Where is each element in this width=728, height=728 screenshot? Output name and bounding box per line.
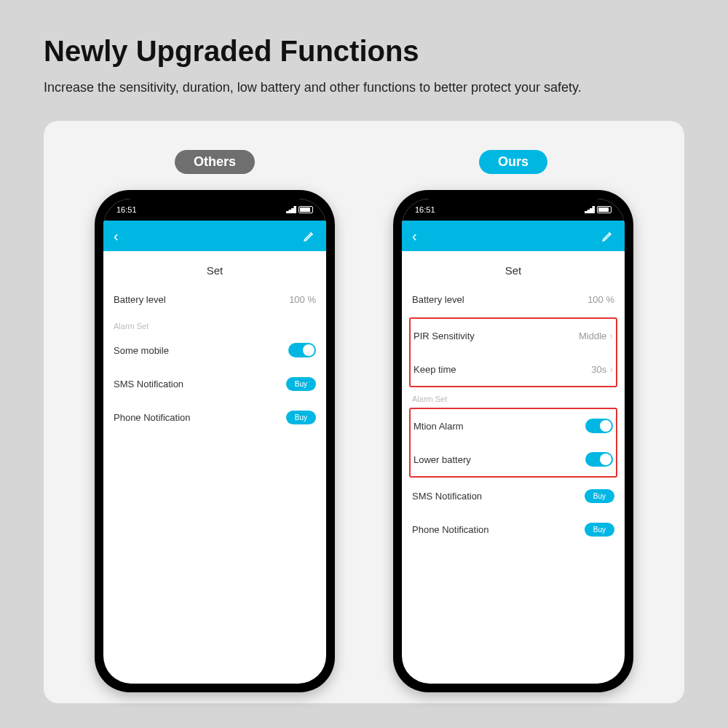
section-alarm-set: Alarm Set xyxy=(114,316,316,333)
status-time: 16:51 xyxy=(415,205,435,214)
section-alarm-set: Alarm Set xyxy=(412,389,614,406)
phone-label: Phone Notification xyxy=(412,524,489,535)
lowbatt-label: Lower battery xyxy=(414,454,471,465)
back-button[interactable]: ‹ xyxy=(412,228,417,245)
screen-title: Set xyxy=(103,251,326,282)
status-time: 16:51 xyxy=(116,205,137,214)
row-pir[interactable]: PIR Sensitivity Middle› xyxy=(414,319,613,352)
phone-ours: 16:51 ‹ Set Battery level 100 % xyxy=(393,190,633,692)
pir-value: Middle xyxy=(579,331,606,341)
toggle-some-mobile[interactable] xyxy=(288,343,316,357)
row-phone[interactable]: Phone Notification Buy xyxy=(412,513,614,546)
keep-label: Keep time xyxy=(414,364,456,375)
battery-value: 100 % xyxy=(587,294,614,305)
row-sms[interactable]: SMS Notification Buy xyxy=(412,479,614,513)
buy-sms-button[interactable]: Buy xyxy=(286,377,316,391)
buy-phone-button[interactable]: Buy xyxy=(286,411,316,424)
sms-label: SMS Notification xyxy=(412,491,482,502)
battery-label: Battery level xyxy=(412,294,464,305)
highlight-box-1: PIR Sensitivity Middle› Keep time 30s› xyxy=(409,317,617,387)
edit-button[interactable] xyxy=(303,229,316,242)
buy-phone-button[interactable]: Buy xyxy=(585,523,614,537)
keep-value: 30s xyxy=(591,364,606,375)
pir-label: PIR Sensitivity xyxy=(414,331,475,341)
some-mobile-label: Some mobile xyxy=(114,345,169,356)
app-header: ‹ xyxy=(402,221,625,251)
row-sms[interactable]: SMS Notification Buy xyxy=(114,367,316,400)
page-subtitle: Increase the sensitivity, duration, low … xyxy=(44,78,684,98)
battery-value: 100 % xyxy=(289,294,316,305)
battery-icon xyxy=(298,206,313,213)
screen-title: Set xyxy=(402,251,625,282)
toggle-motion[interactable] xyxy=(585,419,613,433)
back-button[interactable]: ‹ xyxy=(114,228,119,245)
chevron-right-icon: › xyxy=(609,363,613,375)
buy-sms-button[interactable]: Buy xyxy=(585,489,614,503)
phone-label: Phone Notification xyxy=(114,412,191,423)
app-header: ‹ xyxy=(103,221,326,251)
badge-others: Others xyxy=(175,150,255,174)
row-keep-time[interactable]: Keep time 30s› xyxy=(414,352,613,386)
phone-others: 16:51 ‹ Set Battery level 100 % Alarm Se… xyxy=(95,190,335,692)
edit-button[interactable] xyxy=(601,229,614,242)
row-phone[interactable]: Phone Notification Buy xyxy=(114,400,316,434)
signal-icon xyxy=(286,206,296,213)
sms-label: SMS Notification xyxy=(114,379,183,389)
row-battery: Battery level 100 % xyxy=(114,282,316,316)
row-battery: Battery level 100 % xyxy=(412,282,614,316)
comparison-panel: Others 16:51 ‹ Set Battery level xyxy=(44,121,684,703)
chevron-right-icon: › xyxy=(609,330,613,341)
battery-label: Battery level xyxy=(114,294,166,305)
badge-ours: Ours xyxy=(479,150,547,174)
page-title: Newly Upgraded Functions xyxy=(44,35,684,68)
row-lower-battery[interactable]: Lower battery xyxy=(414,443,613,476)
row-motion-alarm[interactable]: Mtion Alarm xyxy=(414,409,613,443)
signal-icon xyxy=(585,206,595,213)
highlight-box-2: Mtion Alarm Lower battery xyxy=(409,408,617,478)
motion-label: Mtion Alarm xyxy=(414,421,464,432)
phone-notch xyxy=(160,199,269,218)
phone-notch xyxy=(459,199,568,218)
toggle-lowbatt[interactable] xyxy=(585,452,613,467)
battery-icon xyxy=(597,206,612,213)
row-some-mobile[interactable]: Some mobile xyxy=(114,333,316,367)
